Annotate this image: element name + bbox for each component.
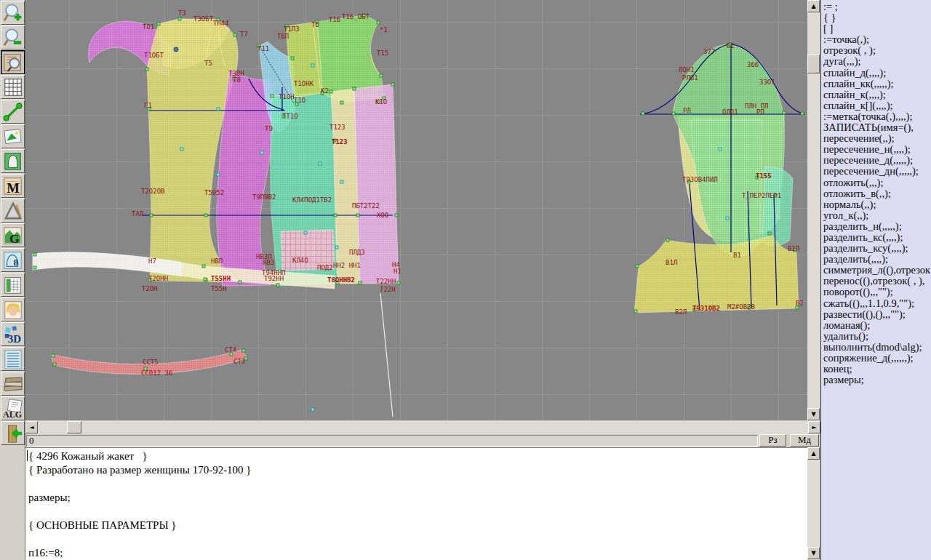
point-marker [636, 265, 639, 268]
command-item[interactable]: разделить_н(,,,,,); [823, 221, 931, 232]
command-item[interactable]: := ; [823, 1, 931, 12]
command-item[interactable]: симметрия_л((),отрезок [823, 265, 931, 276]
point-marker [726, 217, 729, 220]
command-item[interactable]: сплайн_к(,,,,); [823, 89, 931, 100]
toolbar-image-button[interactable] [1, 124, 25, 148]
point-label: Н7 [148, 257, 156, 265]
exit-icon [3, 423, 23, 444]
point-marker [719, 148, 722, 151]
rz-button[interactable]: Рз [759, 434, 786, 447]
toolbar-library-button[interactable] [1, 372, 25, 396]
command-item[interactable]: сплайн_кк(,,,,,); [823, 79, 931, 89]
command-item[interactable]: сопряжение_д(,,,,,,); [823, 353, 931, 364]
command-item[interactable]: развести((),(),,,""); [823, 309, 931, 320]
point-label: Т3ОБТ [193, 15, 214, 23]
point-marker [395, 214, 398, 217]
command-item[interactable]: конец; [823, 364, 931, 375]
point-marker [150, 214, 153, 217]
point-label: РЛ [683, 107, 691, 114]
command-item[interactable]: нормаль(,,); [823, 199, 931, 210]
command-item[interactable]: пересечение_дн(,,,,,); [823, 166, 931, 177]
modeling-icon: M [3, 176, 23, 196]
point-label: Т_ПЕР2ПЕР1 [742, 192, 781, 199]
command-item[interactable]: удалить(); [823, 331, 931, 342]
point-label: Т16 [329, 16, 340, 23]
pattern-canvas[interactable]: Т3Т3ОБТТН44Т7ТО1Т1ОБТТ5ТЗВНТ8Г1Т1ПЗТ6ПТ6… [25, 0, 807, 420]
svg-text:M: M [7, 180, 20, 196]
toolbar-zoom-out-button[interactable] [1, 25, 25, 49]
point-marker [666, 239, 669, 241]
point-marker [329, 90, 332, 93]
toolbar-preview-sheet-button[interactable] [1, 50, 25, 74]
point-label: Т7 [240, 31, 248, 38]
toolbar-view-3d-button[interactable]: 3D [1, 322, 25, 346]
command-item[interactable]: [ ] [823, 23, 931, 34]
toolbar-grid-button[interactable] [1, 75, 25, 99]
command-item[interactable]: разделить(,,,,); [823, 254, 931, 265]
command-item[interactable]: сплайн_д(,,,,); [823, 68, 931, 79]
point-label: Т123 [332, 138, 348, 145]
horizontal-scroll-thumb[interactable] [67, 421, 81, 433]
point-label: Т15 [377, 49, 388, 57]
command-item[interactable]: ЗАПИСАТЬ(имя=(), [823, 122, 931, 133]
command-item[interactable]: пересечение(,,); [823, 133, 931, 144]
point-label: В2 [796, 300, 804, 307]
point-label: ТО1 [143, 23, 154, 31]
command-item[interactable]: пересечение_д(,,,,,); [823, 155, 931, 166]
command-item[interactable]: :=метка(точка(,),,,,); [823, 111, 931, 122]
algorithm-editor[interactable]: { 4296 Кожаный жакет }{ Разработано на р… [25, 447, 807, 560]
point-label: Т1О [294, 97, 305, 104]
pattern-drawing[interactable]: Т3Т3ОБТТН44Т7ТО1Т1ОБТТ5ТЗВНТ8Г1Т1ПЗТ6ПТ6… [25, 0, 807, 420]
toolbar-graphics-button[interactable]: G [1, 223, 25, 247]
svg-text:G: G [9, 231, 19, 246]
scroll-down-icon[interactable]: ▼ [807, 408, 820, 420]
zoom-in-icon [3, 3, 23, 23]
toolbar-zoom-in-button[interactable] [1, 1, 25, 25]
toolbar-algorithm-button[interactable]: ALG [1, 396, 25, 420]
toolbar-model-photo-button[interactable] [1, 297, 25, 321]
command-item[interactable]: разделить_ксу(,,,,); [823, 243, 931, 254]
editor-vertical-scrollbar[interactable]: ▲ ▼ [807, 447, 820, 560]
point-label: М2#ОВ2В [727, 303, 755, 311]
point-label: Т1ОБТ [144, 52, 164, 59]
toolbar-size-table-button[interactable] [1, 273, 25, 297]
point-label: ПОД2 [317, 264, 333, 271]
command-item[interactable]: сплайн_к[](,,,,); [823, 100, 931, 111]
editor-scroll-up-icon[interactable]: ▲ [807, 447, 820, 460]
command-item[interactable]: дуга(,,,); [823, 56, 931, 67]
toolbar-grading-button[interactable]: 8 [1, 248, 25, 272]
md-button[interactable]: Мд [790, 434, 819, 447]
toolbar-segment-button[interactable] [1, 100, 25, 124]
toolbar-modeling-button[interactable]: M [1, 174, 25, 198]
command-item[interactable]: угол_к(,,); [823, 210, 931, 221]
point-label: СТ3 [233, 358, 245, 365]
point-marker [204, 278, 207, 281]
command-item[interactable]: отложить(,,,); [823, 177, 931, 188]
point-marker [52, 354, 55, 357]
point-label: 377 [703, 48, 715, 55]
toolbar-pattern-sheet-button[interactable] [1, 149, 25, 173]
command-item[interactable]: перенос((),отрезок( , ), [823, 276, 931, 287]
canvas-vertical-scrollbar[interactable]: ▲ ▼ [807, 0, 820, 421]
command-item[interactable]: ломаная(); [823, 320, 931, 331]
command-item[interactable]: { } [823, 12, 931, 23]
command-item[interactable]: разделить_кс(,,,,); [823, 232, 931, 243]
command-item[interactable]: отложить_в(,,); [823, 188, 931, 199]
scroll-up-icon[interactable]: ▲ [807, 0, 820, 12]
toolbar-drafting-button[interactable] [1, 199, 25, 223]
left-toolbar: M G 8 3D ALG [0, 0, 25, 560]
scroll-left-icon[interactable]: ◄ [25, 421, 38, 433]
vertical-scroll-thumb[interactable] [807, 55, 820, 73]
command-item[interactable]: выполнить(dmod\alg); [823, 342, 931, 353]
canvas-horizontal-scrollbar[interactable]: ◄ ► [25, 421, 820, 434]
command-item[interactable]: отрезок( , ); [823, 45, 931, 56]
command-item[interactable]: пересечение_н(,,,,); [823, 144, 931, 155]
editor-scroll-down-icon[interactable]: ▼ [807, 547, 820, 559]
command-item[interactable]: поворот((),,,""); [823, 287, 931, 297]
toolbar-measurement-list-button[interactable] [1, 347, 25, 371]
command-item[interactable]: сжать((),,,1.1,0.9,""); [823, 298, 931, 309]
command-item[interactable]: размеры; [823, 375, 931, 385]
toolbar-exit-button[interactable] [1, 421, 25, 445]
scroll-right-icon[interactable]: ► [808, 421, 820, 433]
command-item[interactable]: :=точка(,); [823, 34, 931, 45]
